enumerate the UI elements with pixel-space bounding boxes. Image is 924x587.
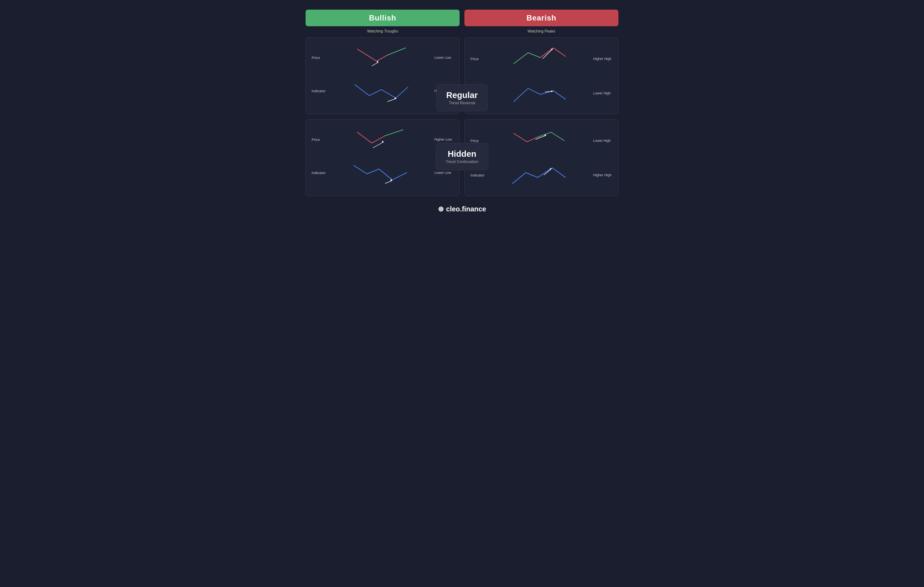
price-section-bullish-hidden: Price Higher Low — [312, 126, 454, 153]
svg-line-0 — [372, 62, 378, 66]
svg-line-10 — [385, 180, 392, 184]
subheader-row: Watching Troughs Watching Peaks — [305, 29, 619, 33]
price-label-bh: Price — [312, 137, 328, 142]
price-chart-bullish-regular — [331, 44, 431, 71]
price-chart-bullish-hidden — [331, 126, 431, 153]
bullish-header: Bullish — [305, 10, 460, 26]
svg-line-8 — [373, 142, 384, 148]
price-chart-bearish-hidden — [490, 126, 590, 155]
bullish-regular-card: Price Lower Low Indicator — [305, 37, 460, 114]
indicator-side-label: Higher Low — [434, 89, 454, 93]
price-label: Price — [312, 56, 328, 60]
indicator-side-label-bearish: Lower High — [593, 91, 612, 95]
svg-line-2 — [388, 99, 396, 102]
bullish-label: Bullish — [369, 13, 396, 22]
indicator-section: Indicator Higher Low — [312, 78, 454, 104]
indicator-chart-bullish-regular — [331, 78, 431, 104]
bearish-hidden-card: Price Lower High Indicator Higher H — [464, 119, 619, 196]
indicator-section-bearish: Indicator Lower High — [470, 80, 612, 106]
indicator-side-label-beh: Higher High — [593, 173, 612, 177]
price-side-label-bearish: Higher High — [593, 57, 612, 61]
price-label-bearish: Price — [470, 57, 487, 61]
indicator-label-bearish: Indicator — [470, 91, 487, 95]
footer-logo-icon: ⊛ — [438, 205, 444, 213]
bearish-label: Bearish — [526, 13, 556, 22]
indicator-label-bh: Indicator — [312, 171, 328, 175]
price-section-bearish-hidden: Price Lower High — [470, 126, 612, 155]
footer: ⊛ cleo.finance — [438, 205, 486, 213]
indicator-section-beh: Indicator Higher High — [470, 162, 612, 188]
indicator-section-bh: Indicator Lower Low — [312, 159, 454, 186]
indicator-chart-bullish-hidden — [331, 159, 431, 186]
svg-line-4 — [543, 49, 553, 59]
price-chart-bearish-regular — [490, 44, 590, 73]
indicator-chart-bearish-regular — [490, 80, 590, 106]
header-row: Bullish Bearish — [305, 10, 619, 26]
price-side-label-bh: Higher Low — [434, 137, 454, 141]
indicator-side-label-bh: Lower Low — [434, 171, 454, 175]
indicator-label-beh: Indicator — [470, 173, 487, 177]
bearish-subheader: Watching Peaks — [464, 29, 619, 33]
bearish-regular-card: Price Higher High Indicator Lower H — [464, 37, 619, 114]
price-side-label-beh: Lower High — [593, 139, 612, 142]
price-section: Price Lower Low — [312, 44, 454, 71]
indicator-chart-bearish-hidden — [490, 162, 590, 188]
brand-name: cleo.finance — [446, 205, 486, 213]
bullish-subheader: Watching Troughs — [305, 29, 460, 33]
price-section-bearish: Price Higher High — [470, 44, 612, 73]
bullish-hidden-card: Price Higher Low Indicator Lower Lo — [305, 119, 460, 196]
price-side-label: Lower Low — [434, 56, 454, 60]
main-grid: Price Lower Low Indicator — [305, 37, 619, 196]
price-label-beh: Price — [470, 139, 487, 143]
bearish-header: Bearish — [464, 10, 619, 26]
indicator-label: Indicator — [312, 89, 328, 93]
svg-marker-7 — [551, 90, 553, 92]
